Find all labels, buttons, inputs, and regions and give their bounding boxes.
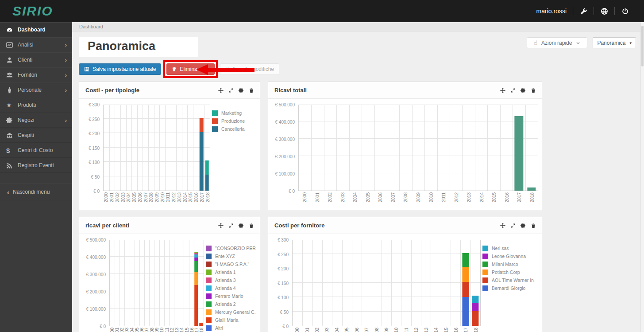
chart-canvas: € 0€ 50€ 100€ 150€ 200€ 250€ 30020002001… [273, 240, 538, 332]
legend-item[interactable]: Ferraro Mario [206, 292, 256, 300]
legend-item[interactable]: "I-MAGO S.P.A." [206, 260, 256, 268]
gear-icon[interactable] [521, 88, 526, 93]
trash-icon[interactable] [531, 223, 536, 228]
globe-icon[interactable] [594, 8, 614, 15]
trash-icon[interactable] [249, 88, 254, 93]
legend-item[interactable]: Mercury General C... [206, 308, 256, 316]
sidebar-item-fornitori[interactable]: Fornitori › [0, 67, 72, 82]
legend-item[interactable]: Azienda 1 [206, 268, 256, 276]
x-axis-tick-label: 2003 [340, 192, 345, 202]
legend-swatch [482, 270, 488, 275]
y-axis-tick-label: € 300.000 [275, 137, 295, 142]
x-axis-tick-label: 2015 [443, 328, 448, 332]
legend-swatch [206, 325, 212, 331]
chevron-down-icon [576, 41, 580, 45]
panel-header: Ricavi totali [268, 82, 542, 99]
sidebar-item-prodotti[interactable]: ★ Prodotti [0, 98, 72, 113]
quick-actions-button[interactable]: ☝ Azioni rapide [527, 37, 587, 48]
undo-changes-button[interactable]: × Annulla modifiche [220, 63, 279, 75]
move-icon[interactable] [218, 88, 224, 93]
view-select[interactable]: Panoramica ▾ [593, 37, 636, 48]
collapse-menu-button[interactable]: ‹ Nascondi menu [0, 184, 72, 200]
sidebar-item-analisi[interactable]: Analisi › [0, 37, 72, 52]
bar-segment [200, 132, 204, 191]
legend-item[interactable]: Azienda 2 [206, 300, 256, 308]
gear-icon[interactable] [239, 223, 244, 228]
topbar-right: mario.rossi [530, 7, 644, 15]
legend-swatch [206, 293, 212, 299]
chevron-right-icon: › [65, 42, 67, 48]
legend-label: Ente XYZ [215, 254, 235, 259]
panel-title: ricavi per clienti [85, 222, 129, 229]
legend-item[interactable]: AOL Time Warner In [482, 276, 538, 284]
move-icon[interactable] [218, 223, 224, 228]
x-axis-tick-label: 2012 [171, 192, 176, 202]
panel-icons [500, 88, 536, 93]
move-icon[interactable] [500, 88, 505, 93]
bar-segment [194, 261, 198, 272]
legend-item[interactable]: Milani Marco [482, 260, 538, 268]
move-icon[interactable] [500, 223, 505, 228]
legend-item[interactable]: Leone Giovanna [482, 252, 538, 260]
legend-item[interactable]: Bernardi Giorgio [482, 284, 538, 292]
bar-segment [527, 187, 536, 191]
expand-icon[interactable] [510, 88, 516, 93]
sidebar-item-negozi[interactable]: Negozi › [0, 113, 72, 128]
trash-icon[interactable] [531, 88, 536, 93]
trash-icon[interactable] [249, 223, 254, 228]
scrollbar-thumb[interactable] [641, 26, 644, 66]
x-axis-tick-label: 2001 [305, 328, 309, 332]
panel-body: € 0€ 50€ 100€ 150€ 200€ 250€ 30020002001… [268, 234, 542, 332]
x-axis-tick-label: 2008 [149, 328, 154, 332]
username[interactable]: mario.rossi [530, 8, 573, 15]
sidebar-item-registro-eventi[interactable]: Registro Eventi [0, 158, 72, 173]
legend-item[interactable]: Altri [206, 324, 256, 332]
expand-icon[interactable] [228, 223, 234, 228]
x-axis-tick-label: 2008 [403, 192, 408, 202]
expand-icon[interactable] [228, 88, 234, 93]
sidebar-item-clienti[interactable]: Clienti › [0, 52, 72, 67]
legend-item[interactable]: "CONSORZIO PER I... [206, 244, 256, 252]
sidebar-item-personale[interactable]: Personale › [0, 82, 72, 98]
legend-swatch [482, 254, 488, 259]
save-layout-button[interactable]: Salva impostazione attuale [79, 63, 161, 75]
x-axis-tick-label: 2006 [139, 328, 144, 332]
legend-item[interactable]: Azienda 3 [206, 276, 256, 284]
bar-segment [200, 118, 204, 133]
legend-item[interactable]: Gialli Maria [206, 316, 256, 324]
sidebar-item-cespiti[interactable]: Cespiti [0, 128, 72, 143]
delete-view-button[interactable]: Elimina view [166, 63, 215, 75]
sidebar-item-centri-di-costo[interactable]: $ Centri di Costo [0, 143, 72, 158]
chart-legend: "CONSORZIO PER I...Ente XYZ"I-MAGO S.P.A… [204, 240, 256, 332]
breadcrumb-item[interactable]: Dashboard [79, 24, 103, 29]
plot-area [109, 240, 204, 326]
scrollbar[interactable] [640, 22, 644, 332]
sidebar-item-label: Centri di Costo [18, 147, 53, 153]
gear-icon[interactable] [239, 88, 244, 93]
legend-item[interactable]: Ente XYZ [206, 252, 256, 260]
sidebar-item-dashboard[interactable]: Dashboard [0, 22, 72, 37]
legend-item[interactable]: Potlatch Corp [482, 268, 538, 276]
star-icon: ★ [6, 102, 18, 108]
legend-item[interactable]: Cancelleria [212, 125, 256, 133]
y-axis-tick-label: € 300 [89, 102, 100, 107]
legend-item[interactable]: Produzione [212, 117, 256, 125]
legend-item[interactable]: Marketing [212, 109, 256, 117]
x-axis-tick-label: 2003 [120, 192, 125, 202]
x-axis-tick-label: 2011 [166, 192, 170, 202]
chart-canvas: € 0€ 50€ 100€ 150€ 200€ 250€ 30020002001… [84, 105, 256, 210]
x-axis-tick-label: 2004 [129, 328, 134, 332]
gear-icon[interactable] [521, 223, 526, 228]
legend-item[interactable]: Neri sas [482, 244, 538, 252]
x-axis-tick-label: 2017 [463, 328, 468, 332]
x-axis-tick-label: 2017 [194, 328, 199, 332]
wrench-icon[interactable] [573, 8, 594, 15]
y-axis-tick-label: € 250 [89, 117, 100, 122]
legend-item[interactable]: Azienda 4 [206, 284, 256, 292]
power-icon[interactable] [615, 8, 635, 15]
gear-icon [6, 117, 18, 124]
y-axis-tick-label: € 250 [278, 252, 289, 257]
expand-icon[interactable] [510, 223, 516, 228]
gauge-icon [6, 27, 18, 33]
bar-segment [205, 175, 209, 191]
